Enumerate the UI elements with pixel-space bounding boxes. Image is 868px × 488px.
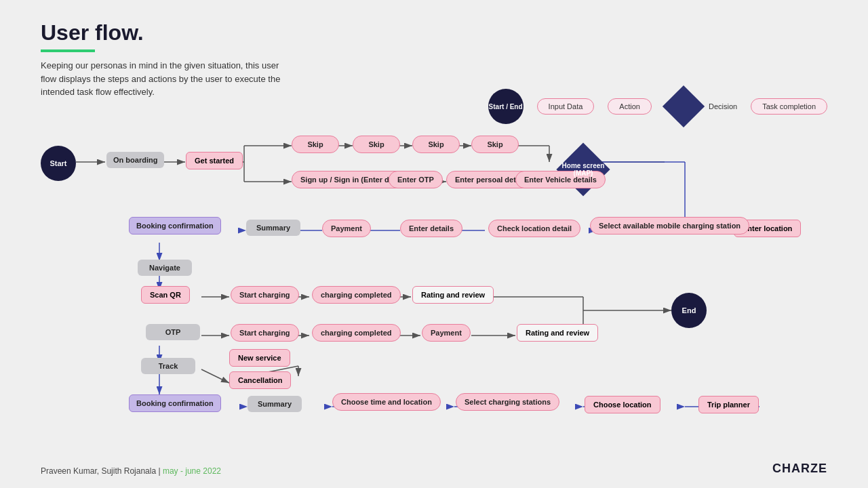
node-trip-planner: Trip planner [698,396,759,413]
node-get-started: Get started [186,152,243,169]
title: User flow. [41,20,827,45]
node-charging-completed2: charging completed [312,324,401,342]
legend-decision-label: Decision [709,102,737,110]
legend-action: Action [608,98,652,115]
legend-task-completion: Task completion [751,98,827,115]
node-booking-confirm1: Booking confirmation [129,217,221,235]
node-onboarding: On boarding [106,152,164,168]
node-choose-location: Choose location [585,396,660,413]
legend: Start / End Input Data Action Decision T… [488,88,827,125]
node-check-location: Check location detail [488,220,580,237]
node-home-screen-text: Home screen (MAP) [556,142,610,197]
svg-line-44 [201,369,229,383]
node-start-charging2: Start charging [231,324,299,342]
node-skip4: Skip [471,136,519,153]
arrows-svg [41,142,827,468]
node-skip2: Skip [353,136,400,153]
node-rating-review2: Rating and review [517,324,598,342]
node-enter-otp: Enter OTP [389,171,443,188]
node-enter-details: Enter details [400,220,462,237]
node-new-service: New service [229,349,290,367]
node-booking-confirm2: Booking confirmation [129,394,221,412]
legend-input-data: Input Data [537,98,595,115]
node-start-charging1: Start charging [231,286,299,304]
subtitle: Keeping our personas in mind in the give… [41,59,285,99]
footer-brand: CHARZE [772,462,827,476]
node-select-charging-stations: Select charging stations [456,393,559,411]
node-start: Start [41,146,76,181]
node-summary1: Summary [246,220,300,236]
node-home-screen-wrap: Home screen (MAP) [556,142,610,197]
node-charging-completed1: charging completed [312,286,401,304]
node-navigate: Navigate [138,260,192,276]
node-payment1: Payment [322,220,371,237]
footer: Praveen Kumar, Sujith Rojanala | may - j… [41,466,221,476]
node-choose-time-location: Choose time and location [332,393,441,411]
node-track: Track [141,358,195,374]
title-underline [41,49,95,52]
node-select-station: Select available mobile charging station [590,217,749,235]
node-cancellation: Cancellation [229,371,291,389]
legend-decision-diamond [663,85,705,127]
node-rating-review1: Rating and review [412,286,494,304]
node-skip1: Skip [292,136,339,153]
node-skip3: Skip [412,136,460,153]
page: User flow. Keeping our personas in mind … [0,0,868,488]
node-payment2: Payment [422,324,471,342]
node-otp: OTP [146,324,200,340]
legend-decision-wrap [665,88,702,125]
node-end: End [671,293,707,328]
legend-start-end: Start / End [488,89,524,124]
node-summary2: Summary [248,396,302,412]
node-scan-qr: Scan QR [141,286,190,304]
